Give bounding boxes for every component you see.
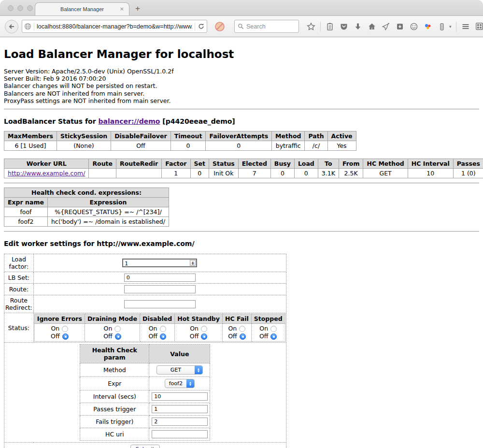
tab-groups-icon[interactable] [475, 22, 483, 31]
server-built-line: Server Built: Feb 9 2016 07:00:20 [4, 75, 479, 82]
lb-set-row: LB Set: [4, 272, 286, 284]
hc-passes-label: Passes trigger [80, 403, 149, 416]
col-failoverattempts: FailoverAttempts [206, 131, 272, 141]
tab-close-icon[interactable]: × [120, 6, 124, 13]
hc-params-row: Health Check param Value Method GET ▲▼ [4, 343, 286, 443]
status-table: Ignore Errors Draining Mode Disabled Hot… [34, 314, 285, 342]
color-dots-icon[interactable] [423, 22, 433, 31]
hc-params-table: Health Check param Value Method GET ▲▼ [80, 344, 210, 441]
window-controls [8, 5, 33, 11]
draining-mode-off-radio[interactable] [115, 333, 121, 340]
url-text[interactable]: localhost:8880/balancer-manager?b=demo&w… [37, 23, 192, 30]
col-busy: Busy [270, 159, 294, 169]
col-elected: Elected [238, 159, 270, 169]
col-active: Active [327, 131, 356, 141]
download-box-icon[interactable] [395, 22, 405, 31]
cell-worker-url: http://www.example.com/ [4, 169, 89, 178]
status-row: Status: Ignore Errors Draining Mode Disa… [4, 313, 286, 343]
hc-uri-row: HC uri [80, 428, 210, 441]
load-factor-input[interactable]: 1 ▲▼ [122, 259, 197, 267]
hc-fail-on-radio[interactable] [239, 326, 245, 332]
col-factor: Factor [162, 159, 190, 169]
on-label: On [228, 325, 237, 332]
on-label: On [104, 325, 113, 332]
hc-fail-cell: On Off [222, 324, 251, 342]
submit-row: Submit [4, 443, 286, 448]
cell-elected: 7 [238, 169, 270, 178]
send-plane-icon[interactable] [381, 22, 391, 31]
worker-url-link[interactable]: http://www.example.com/ [8, 170, 85, 177]
cell-disablefailover: Off [111, 141, 170, 151]
disabled-on-radio[interactable] [160, 326, 166, 332]
off-label: Off [148, 332, 157, 340]
search-bar[interactable]: Search [234, 20, 299, 33]
disabled-off-radio[interactable] [160, 333, 166, 340]
hot-standby-on-radio[interactable] [201, 326, 207, 332]
cell-stickysession: (None) [57, 141, 111, 151]
lb-set-input[interactable] [124, 274, 196, 282]
download-arrow-icon[interactable] [353, 22, 363, 31]
load-factor-cell: 1 ▲▼ [33, 254, 286, 272]
load-factor-row: Load factor: 1 ▲▼ [4, 254, 286, 272]
route-redirect-input[interactable] [124, 300, 196, 308]
home-icon[interactable] [367, 22, 377, 31]
stopped-off-radio[interactable] [270, 333, 277, 340]
hot-standby-off-radio[interactable] [201, 333, 207, 340]
tab-balancer-manager[interactable]: Balancer Manager × [35, 2, 129, 15]
col-expr-name: Expr name [4, 198, 48, 207]
pocket-icon[interactable] [339, 22, 349, 31]
ignore-errors-on-radio[interactable] [62, 326, 68, 332]
minimize-window-button[interactable] [17, 5, 23, 11]
hc-method-row: Method GET ▲▼ [80, 363, 210, 377]
url-bar[interactable]: localhost:8880/balancer-manager?b=demo&w… [22, 20, 207, 33]
menu-icon[interactable] [461, 22, 470, 31]
worker-row: http://www.example.com/ 1 0 Init Ok 7 0 … [4, 169, 483, 178]
number-spinner-icon[interactable]: ▲▼ [190, 260, 196, 266]
back-icon [8, 23, 15, 30]
route-redirect-cell [33, 295, 286, 313]
on-label: On [190, 325, 199, 332]
hc-interval-row: Interval (secs) [80, 390, 210, 403]
hc-passes-input[interactable] [152, 405, 208, 413]
col-routeredir: RouteRedir [116, 159, 162, 169]
back-button[interactable] [5, 20, 18, 33]
col-hc-value: Value [149, 345, 210, 363]
col-status: Status [209, 159, 239, 169]
hc-uri-input[interactable] [152, 430, 208, 438]
smiley-icon[interactable] [409, 22, 419, 31]
hc-interval-input[interactable] [152, 392, 208, 401]
close-window-button[interactable] [8, 5, 14, 11]
battery-icon[interactable] [437, 22, 447, 31]
stopped-on-radio[interactable] [270, 326, 277, 332]
dropdown-caret-icon[interactable]: ▾ [449, 24, 452, 29]
zoom-window-button[interactable] [27, 5, 33, 11]
draining-mode-on-radio[interactable] [114, 326, 121, 332]
clipboard-icon[interactable] [325, 22, 335, 31]
new-tab-button[interactable]: + [135, 4, 140, 14]
hc-method-select[interactable]: GET ▲▼ [156, 365, 203, 375]
col-worker-url: Worker URL [4, 159, 89, 169]
toolbar-divider [320, 22, 321, 31]
bookmark-star-icon[interactable] [306, 22, 316, 31]
col-maxmembers: MaxMembers [4, 131, 57, 141]
on-label: On [259, 325, 268, 332]
cell-passes: 1 (0) [453, 169, 483, 178]
hc-fails-input[interactable] [152, 418, 208, 426]
hc-passes-cell [149, 403, 210, 416]
select-arrows-icon: ▲▼ [186, 379, 194, 388]
table-title-row: Health check cond. expressions: [4, 188, 169, 198]
reload-icon[interactable] [198, 23, 205, 30]
hc-expr-select[interactable]: foof2 ▲▼ [165, 379, 195, 388]
toolbar-icons: ▾ [306, 22, 483, 31]
balancer-demo-link[interactable]: balancer://demo [99, 117, 160, 125]
hot-standby-cell: On Off [175, 324, 223, 342]
submit-button[interactable]: Submit [130, 445, 160, 448]
hc-passes-row: Passes trigger [80, 403, 210, 416]
hc-fails-row: Fails trigger) [80, 416, 210, 428]
hc-fail-off-radio[interactable] [240, 333, 246, 340]
ignore-errors-off-radio[interactable] [62, 333, 69, 340]
content-blocked-icon[interactable] [213, 20, 226, 33]
route-input[interactable] [124, 285, 196, 293]
col-hc-param: Health Check param [80, 345, 149, 363]
hc-method-selected-value: GET [157, 366, 195, 374]
